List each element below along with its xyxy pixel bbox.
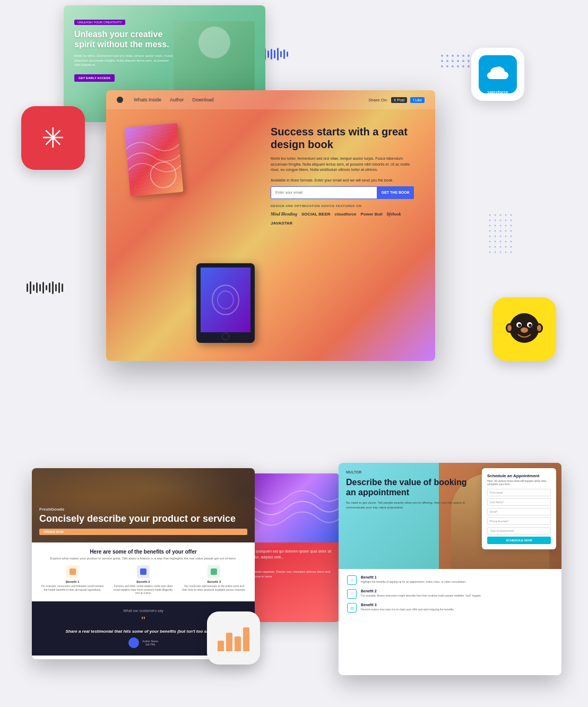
book-email-form[interactable]: GET THE BOOK — [271, 186, 414, 199]
svg-point-27 — [505, 214, 507, 216]
svg-point-56 — [500, 246, 501, 248]
booking-first-name-field[interactable]: First name* — [487, 489, 551, 496]
booking-appointment-type-field[interactable]: Type of Appointment — [487, 527, 551, 534]
svg-point-40 — [495, 230, 496, 232]
svg-point-48 — [511, 236, 512, 237]
svg-point-11 — [457, 60, 459, 62]
booking-benefits: ☆ Benefit 1 Highlight the benefits of si… — [339, 569, 561, 623]
svg-point-12 — [462, 60, 464, 62]
svg-point-37 — [505, 225, 507, 227]
book-available-text: Available in three formats. Enter your e… — [271, 178, 414, 182]
booking-schedule-form[interactable]: Schedule an Appointment Here, let visito… — [482, 468, 556, 549]
book-visual-area — [117, 120, 260, 348]
nav-link-author[interactable]: Author — [170, 97, 184, 102]
svg-point-10 — [452, 60, 454, 62]
freshgoods-brand: FreshGoods — [39, 507, 247, 512]
share-label: Share On: — [368, 98, 387, 102]
nav-link-whats-inside[interactable]: Whats Inside — [134, 97, 161, 102]
booking-hero-content: MULTOR Describe the value of booking an … — [346, 470, 469, 510]
dot-pattern-right — [487, 212, 519, 257]
svg-point-59 — [489, 252, 491, 253]
green-page-title: Unleash your creative spirit without the… — [74, 29, 174, 49]
salesforce-logo: salesforce — [479, 55, 517, 93]
benefit-1-content: Benefit 1 Highlight the benefits of sign… — [361, 575, 466, 584]
booking-last-name-field[interactable]: Last Name* — [487, 498, 551, 506]
tablet-screen — [201, 268, 250, 332]
tablet-home-button — [222, 333, 229, 340]
benefit-3-label: Benefit 3 — [182, 580, 246, 583]
svg-point-58 — [511, 246, 512, 248]
testimonial-author-info: Author Name Job Title — [142, 640, 158, 646]
booking-benefit-1: ☆ Benefit 1 Highlight the benefits of si… — [347, 575, 553, 585]
svg-point-13 — [468, 60, 470, 62]
fb-like-button[interactable]: f Like — [410, 97, 425, 103]
booking-phone-field[interactable]: Phone Number* — [487, 518, 551, 525]
tablet-mockup — [196, 263, 255, 343]
benefit-1-desc: Highlight the benefits of signing up for… — [361, 580, 466, 584]
svg-point-72 — [521, 327, 528, 333]
benefit-2-desc: For example, fitness instructors might d… — [361, 594, 481, 598]
freshgoods-benefits-title: Here are some of the benefits of your of… — [40, 549, 246, 555]
svg-point-54 — [489, 246, 491, 248]
book-page-share: Share On: X Post f Like — [368, 97, 425, 103]
booking-schedule-button[interactable]: SCHEDULE NOW — [487, 537, 551, 544]
svg-point-41 — [500, 230, 501, 232]
svg-point-16 — [441, 65, 443, 67]
logo-lifebook: lifebook — [387, 212, 401, 217]
freshgoods-order-button[interactable]: ORDER NOW — [39, 529, 247, 535]
svg-point-34 — [489, 225, 491, 227]
booking-benefit-2: ♡ Benefit 2 For example, fitness instruc… — [347, 589, 553, 599]
freshgoods-benefit-2: Benefit 2 Farmers and other small retail… — [111, 565, 175, 595]
svg-rect-79 — [211, 568, 217, 575]
green-page-cta-button[interactable]: GET EARLY ACCESS — [74, 74, 115, 82]
svg-point-51 — [500, 241, 501, 243]
svg-point-55 — [495, 246, 496, 248]
svg-point-20 — [462, 65, 464, 67]
svg-point-9 — [446, 60, 448, 62]
svg-point-44 — [489, 236, 491, 237]
green-page-badge: UNLEASH YOUR CREATIVITY — [74, 20, 125, 25]
nav-link-download[interactable]: Download — [193, 97, 214, 102]
svg-rect-78 — [140, 568, 146, 575]
get-book-button[interactable]: GET THE BOOK — [377, 186, 414, 199]
svg-rect-77 — [70, 568, 76, 575]
benefit-3-title: Benefit 3 — [361, 603, 454, 607]
benefit-1-desc: For example, consumers and followers cou… — [40, 584, 105, 591]
booking-email-field[interactable]: Email* — [487, 508, 551, 515]
benefit-3-content: Benefit 3 Remind visitors how easy it is… — [361, 603, 454, 611]
svg-point-4 — [462, 55, 464, 57]
mailchimp-app-icon — [492, 297, 556, 361]
benefit-2-icon: ♡ — [347, 589, 357, 599]
svg-point-31 — [500, 220, 501, 221]
svg-point-71 — [529, 324, 532, 327]
svg-point-29 — [489, 220, 491, 221]
chart-bar-4 — [243, 627, 249, 651]
benefit-1-title: Benefit 1 — [361, 575, 466, 579]
svg-point-17 — [446, 65, 448, 67]
logo-javastar: JAVASTAR — [271, 221, 292, 226]
freshgoods-benefit-3: Benefit 3 You could also add bonuses to … — [182, 565, 246, 595]
svg-point-28 — [511, 214, 512, 216]
svg-point-61 — [500, 252, 501, 253]
logo-mind-blending: Mind Blending — [271, 212, 297, 217]
mailchimp-logo — [503, 308, 546, 350]
asterisk-symbol: ✳ — [41, 124, 65, 152]
book-email-input[interactable] — [271, 186, 377, 199]
book-page-title: Success starts with a great design book — [271, 125, 414, 151]
freshgoods-benefits-subtitle: Explore what makes your product or servi… — [40, 557, 246, 560]
numbers-app-icon — [207, 611, 260, 665]
svg-point-32 — [505, 220, 507, 221]
booking-form-subtitle: Here, let visitors know what will happen… — [487, 479, 551, 486]
benefit-2-content: Benefit 2 For example, fitness instructo… — [361, 589, 481, 598]
benefit-1-icon: ☆ — [347, 575, 357, 585]
svg-point-8 — [441, 60, 443, 62]
svg-point-19 — [457, 65, 459, 67]
x-post-button[interactable]: X Post — [391, 97, 408, 103]
svg-point-30 — [495, 220, 496, 221]
freshgoods-benefits-section: Here are some of the benefits of your of… — [32, 542, 255, 601]
benefit-3-desc: You could also add bonuses to the online… — [182, 584, 246, 591]
svg-point-70 — [518, 324, 521, 327]
svg-point-45 — [495, 236, 496, 237]
svg-point-35 — [495, 225, 496, 227]
benefit-2-label: Benefit 2 — [111, 580, 175, 583]
